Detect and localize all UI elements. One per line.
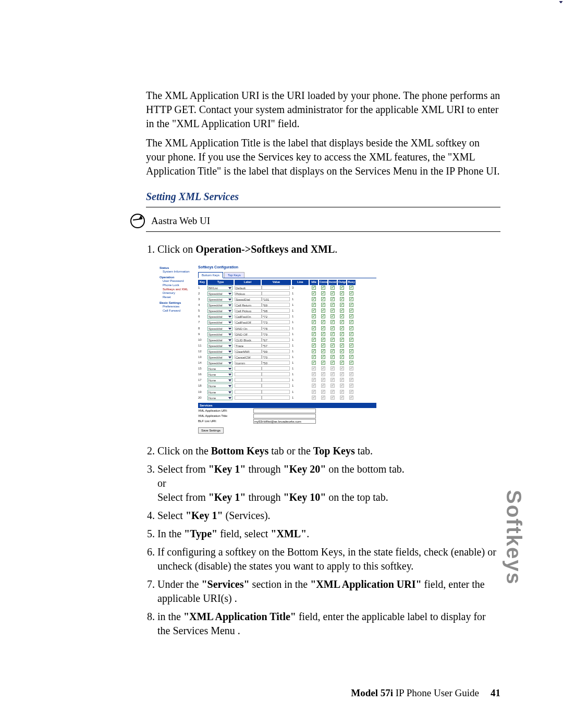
line-select[interactable]: 1 (292, 332, 309, 337)
line-select[interactable]: 1 (292, 326, 309, 331)
label-input[interactable]: SpeedDial (235, 297, 261, 302)
value-input[interactable]: *67 (262, 338, 291, 343)
type-select[interactable]: Speeddial (207, 361, 234, 366)
type-select[interactable]: Speeddial (207, 332, 234, 337)
state-checkbox[interactable] (310, 349, 318, 354)
line-select[interactable]: 1 (292, 291, 309, 297)
label-input[interactable]: Call Pickup (235, 309, 261, 314)
line-select[interactable]: 1 (292, 303, 309, 308)
value-input[interactable]: *57 (262, 343, 291, 349)
state-checkbox[interactable] (338, 309, 346, 314)
nav-phone-lock[interactable]: Phone Lock (163, 283, 196, 288)
state-checkbox[interactable] (319, 309, 327, 314)
state-checkbox[interactable] (347, 320, 356, 325)
value-input[interactable]: *70 (262, 355, 291, 360)
value-input[interactable] (262, 384, 291, 389)
state-checkbox[interactable] (338, 303, 346, 308)
state-checkbox[interactable] (328, 320, 337, 325)
line-select[interactable]: 1 (292, 343, 309, 349)
state-checkbox[interactable] (319, 355, 327, 360)
state-checkbox[interactable] (347, 286, 356, 291)
nav-call-forward[interactable]: Call Forward (163, 309, 196, 313)
state-checkbox[interactable] (347, 332, 356, 337)
value-input[interactable]: *69 (262, 303, 291, 308)
state-checkbox[interactable] (310, 338, 318, 343)
state-checkbox[interactable] (328, 338, 337, 343)
state-checkbox[interactable] (347, 361, 356, 366)
save-settings-button[interactable]: Save Settings (198, 427, 224, 434)
type-select[interactable]: Speeddial (207, 326, 234, 331)
state-checkbox[interactable] (310, 326, 318, 331)
state-checkbox[interactable] (328, 303, 337, 308)
type-select[interactable]: None (207, 378, 234, 383)
label-input[interactable]: DND Off (235, 332, 261, 337)
value-input[interactable]: *79 (262, 332, 291, 337)
state-checkbox[interactable] (319, 332, 327, 337)
state-checkbox[interactable] (338, 332, 346, 337)
value-input[interactable]: *72 (262, 314, 291, 319)
line-select[interactable]: 1 (292, 390, 309, 395)
label-input[interactable] (235, 396, 261, 401)
label-input[interactable]: CallFwdOn (235, 314, 261, 319)
state-checkbox[interactable] (310, 291, 318, 297)
state-checkbox[interactable] (347, 309, 356, 314)
state-checkbox[interactable] (338, 286, 346, 291)
label-input[interactable]: CancelCW (235, 355, 261, 360)
nav-softkeys-xml[interactable]: Softkeys and XML (163, 288, 196, 292)
line-select[interactable]: 1 (292, 378, 309, 383)
type-select[interactable]: Blf/List (207, 286, 234, 291)
state-checkbox[interactable] (338, 361, 346, 366)
state-checkbox[interactable] (328, 314, 337, 319)
label-input[interactable] (235, 378, 261, 383)
state-checkbox[interactable] (310, 320, 318, 325)
label-input[interactable]: Icomm (235, 361, 261, 366)
label-input[interactable]: Trace (235, 343, 261, 349)
type-select[interactable]: Speeddial (207, 303, 234, 308)
state-checkbox[interactable] (328, 361, 337, 366)
line-select[interactable]: 1 (292, 372, 309, 377)
line-select[interactable]: 1 (292, 320, 309, 325)
tab-top-keys[interactable]: Top Keys (224, 272, 244, 278)
state-checkbox[interactable] (319, 326, 327, 331)
state-checkbox[interactable] (328, 309, 337, 314)
state-checkbox[interactable] (328, 291, 337, 297)
value-input[interactable]: *73 (262, 320, 291, 325)
state-checkbox[interactable] (328, 349, 337, 354)
state-checkbox[interactable] (310, 361, 318, 366)
state-checkbox[interactable] (310, 332, 318, 337)
blf-list-input[interactable]: my53i-blflist@as.broadworks.com (253, 419, 316, 424)
line-select[interactable]: 1 (292, 349, 309, 354)
value-input[interactable] (262, 390, 291, 395)
value-input[interactable]: *50 (262, 361, 291, 366)
line-select[interactable]: 1 (292, 384, 309, 389)
label-input[interactable]: Default (235, 286, 261, 291)
type-select[interactable]: Speeddial (207, 349, 234, 354)
state-checkbox[interactable] (338, 297, 346, 302)
state-checkbox[interactable] (347, 303, 356, 308)
state-checkbox[interactable] (328, 332, 337, 337)
xml-uri-input[interactable] (253, 409, 316, 413)
nav-reset[interactable]: Reset (163, 295, 196, 300)
label-input[interactable]: ClearMWI (235, 349, 261, 354)
value-input[interactable]: *98 (262, 309, 291, 314)
nav-user-password[interactable]: User Password (163, 279, 196, 283)
state-checkbox[interactable] (347, 349, 356, 354)
line-select[interactable]: 1 (292, 396, 309, 401)
line-select[interactable]: 1 (292, 355, 309, 360)
label-input[interactable] (235, 390, 261, 395)
state-checkbox[interactable] (319, 303, 327, 308)
value-input[interactable] (262, 291, 291, 297)
state-checkbox[interactable] (319, 314, 327, 319)
state-checkbox[interactable] (347, 291, 356, 297)
state-checkbox[interactable] (338, 291, 346, 297)
label-input[interactable] (235, 384, 261, 389)
state-checkbox[interactable] (328, 326, 337, 331)
type-select[interactable]: None (207, 366, 234, 372)
label-input[interactable]: CallFwdOff (235, 320, 261, 325)
state-checkbox[interactable] (347, 355, 356, 360)
state-checkbox[interactable] (328, 343, 337, 349)
type-select[interactable]: Speeddial (207, 297, 234, 302)
type-select[interactable]: Speeddial (207, 338, 234, 343)
state-checkbox[interactable] (319, 349, 327, 354)
state-checkbox[interactable] (328, 297, 337, 302)
